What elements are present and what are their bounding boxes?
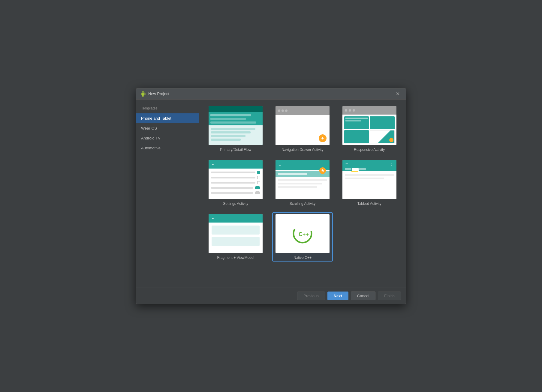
sidebar-section-label: Templates — [136, 104, 199, 113]
previous-button[interactable]: Previous — [297, 292, 325, 300]
template-label-scrolling: Scrolling Activity — [290, 202, 316, 206]
main-content: Primary/Detail Flow + — [199, 100, 406, 288]
primary-detail-mock — [209, 106, 263, 145]
template-label-native-cpp: Native C++ — [294, 256, 312, 260]
template-card-scrolling[interactable]: ← ⋮ ★ — [272, 158, 333, 208]
template-thumb-scrolling: ← ⋮ ★ — [276, 160, 330, 199]
template-thumb-tabbed: ← ⋮ — [342, 160, 396, 199]
dialog-titlebar: New Project ✕ — [136, 88, 406, 100]
template-card-native-cpp[interactable]: C++ Native C++ — [272, 212, 333, 262]
template-thumb-primary-detail — [209, 106, 263, 145]
close-button[interactable]: ✕ — [394, 91, 402, 97]
template-card-responsive[interactable]: + Responsive Activity — [339, 104, 400, 154]
template-thumb-settings: ← ⋮ — [209, 160, 263, 199]
new-project-dialog: New Project ✕ Templates Phone and Tablet… — [136, 88, 406, 304]
template-card-fragment-viewmodel[interactable]: ← Fragment + ViewModel — [205, 212, 266, 262]
template-label-fragment-viewmodel: Fragment + ViewModel — [217, 256, 254, 260]
dialog-footer: Previous Next Cancel Finish — [136, 288, 406, 304]
next-button[interactable]: Next — [327, 292, 348, 300]
template-card-primary-detail[interactable]: Primary/Detail Flow — [205, 104, 266, 154]
template-label-responsive: Responsive Activity — [354, 148, 385, 152]
template-thumb-nav-drawer: + — [276, 106, 330, 145]
dialog-title: New Project — [148, 91, 169, 96]
template-label-tabbed: Tabbed Activity — [357, 202, 381, 206]
template-thumb-native-cpp: C++ — [276, 214, 330, 253]
template-label-settings: Settings Activity — [223, 202, 248, 206]
sidebar-item-android-tv[interactable]: Android TV — [136, 133, 199, 143]
sidebar-item-phone-tablet[interactable]: Phone and Tablet — [136, 113, 199, 123]
svg-text:C++: C++ — [299, 231, 309, 237]
template-card-nav-drawer[interactable]: + Navigation Drawer Activity — [272, 104, 333, 154]
nav-drawer-mock: + — [276, 106, 330, 145]
sidebar: Templates Phone and Tablet Wear OS Andro… — [136, 100, 199, 288]
cancel-button[interactable]: Cancel — [351, 292, 375, 300]
dialog-title-left: New Project — [140, 91, 169, 97]
templates-grid: Primary/Detail Flow + — [205, 104, 400, 262]
finish-button[interactable]: Finish — [378, 292, 401, 300]
template-card-tabbed[interactable]: ← ⋮ — [339, 158, 400, 208]
android-icon — [140, 91, 146, 97]
template-thumb-responsive: + — [342, 106, 396, 145]
sidebar-item-wear-os[interactable]: Wear OS — [136, 123, 199, 133]
template-card-settings[interactable]: ← ⋮ — [205, 158, 266, 208]
dialog-body: Templates Phone and Tablet Wear OS Andro… — [136, 100, 406, 288]
sidebar-item-automotive[interactable]: Automotive — [136, 143, 199, 153]
cpp-logo-svg: C++ — [292, 223, 313, 244]
template-thumb-fragment-viewmodel: ← — [209, 214, 263, 253]
template-label-nav-drawer: Navigation Drawer Activity — [282, 148, 323, 152]
template-label-primary-detail: Primary/Detail Flow — [220, 148, 251, 152]
